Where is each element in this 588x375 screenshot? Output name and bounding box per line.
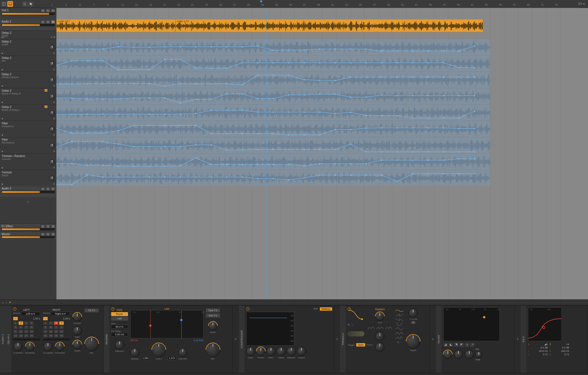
- fbfx-button[interactable]: FB FX: [85, 308, 99, 312]
- filter-type-icon[interactable]: ◤: [459, 343, 464, 347]
- track-volume-slider[interactable]: [2, 191, 55, 193]
- random-mode-icon[interactable]: [367, 326, 375, 330]
- buildup-knob[interactable]: [130, 348, 139, 357]
- track-volume-slider[interactable]: [2, 24, 55, 26]
- lane-close-icon[interactable]: ✕: [53, 117, 55, 120]
- delay-step[interactable]: 2: [48, 321, 53, 325]
- lane-close-icon[interactable]: ✕: [53, 166, 55, 169]
- detune-knob[interactable]: [73, 312, 82, 321]
- retrig-icon[interactable]: ⟲: [347, 323, 350, 326]
- delay-step[interactable]: 7: [24, 325, 29, 329]
- delay-step[interactable]: 9: [13, 330, 18, 334]
- crossfeed-r-knob[interactable]: [43, 342, 52, 351]
- timeline-ruler[interactable]: 1357911131517192123252729313335373941434…: [51, 0, 578, 8]
- reverb-width-knob[interactable]: [208, 321, 217, 330]
- filter-graph[interactable]: 20501001k10k: [443, 307, 500, 341]
- waveform-select-icon[interactable]: [395, 336, 403, 339]
- diffusion-knob[interactable]: [115, 340, 124, 349]
- crossfeed-l-knob[interactable]: [14, 342, 23, 351]
- latemix-knob[interactable]: [178, 348, 187, 357]
- automation-lane-header[interactable]: Tremolo › RandomAmount★✕: [0, 153, 56, 170]
- lane-close-icon[interactable]: ✕: [53, 150, 55, 153]
- delay-step[interactable]: 12: [59, 330, 64, 334]
- inspector-close-icon[interactable]: ✕: [9, 301, 11, 304]
- source-select[interactable]: Left In ▾: [21, 312, 40, 316]
- buildup-val[interactable]: 1.05x: [141, 356, 150, 360]
- comp-thresh-knob[interactable]: [256, 347, 265, 356]
- automation-lane[interactable]: [56, 104, 490, 121]
- delay-step[interactable]: 4: [59, 321, 64, 325]
- automation-lane[interactable]: [56, 170, 490, 186]
- record-arm-button[interactable]: ●: [41, 187, 45, 191]
- reverb-graph[interactable]: 601001k10k: [130, 310, 204, 338]
- delay-step[interactable]: 12: [29, 330, 34, 334]
- lane-add-icon[interactable]: + ✕: [50, 36, 55, 39]
- filter-handle[interactable]: [483, 316, 485, 318]
- comp-output-knob[interactable]: [297, 347, 306, 356]
- mute-button[interactable]: M: [51, 232, 55, 236]
- band2-type-icon[interactable]: ◇▾: [554, 343, 569, 346]
- automation-lane-header[interactable]: FilterFrequency★✕: [0, 121, 56, 137]
- solo-button[interactable]: S: [46, 20, 50, 24]
- automation-lane-header[interactable]: Delay-2Mix★✕: [0, 55, 56, 72]
- hold-icon[interactable]: →: [351, 323, 354, 326]
- delay-time[interactable]: 1.00 s: [49, 317, 70, 321]
- delay-step[interactable]: 8: [29, 325, 34, 329]
- rate-knob[interactable]: [73, 326, 82, 335]
- track-header[interactable]: Audio 2●SM: [0, 19, 56, 30]
- panel-toggle-1[interactable]: [1, 1, 7, 7]
- delay-step[interactable]: 16: [59, 334, 64, 338]
- room-button[interactable]: Room: [111, 312, 128, 316]
- filter-fb-knob[interactable]: [475, 351, 482, 358]
- tremolo-rate-knob[interactable]: [409, 308, 418, 317]
- delay-step[interactable]: 16: [29, 334, 34, 338]
- filter-type-icon[interactable]: ◢: [443, 343, 448, 347]
- lane-star-icon[interactable]: ★: [1, 166, 3, 169]
- automation-lane-header[interactable]: Delay-2Beats of Delay L2★✕: [0, 104, 56, 121]
- lane-star-icon[interactable]: ★: [1, 52, 3, 55]
- note-icon[interactable]: ♪: [43, 317, 48, 321]
- lane-close-icon[interactable]: ✕: [53, 183, 55, 186]
- band1-gain[interactable]: 0.0 dB: [533, 346, 548, 349]
- filter-type-icon[interactable]: ∿: [465, 343, 469, 347]
- lane-star-icon[interactable]: ★: [1, 68, 3, 71]
- delay-step[interactable]: 8: [59, 325, 64, 329]
- random-amount-knob[interactable]: [375, 312, 384, 321]
- record-arm-button[interactable]: ●: [41, 9, 45, 13]
- solo-button[interactable]: S: [46, 232, 50, 236]
- reverb-lo-handle[interactable]: [149, 325, 151, 327]
- tankfx-button[interactable]: Tank FX: [206, 308, 220, 312]
- automation-lane-header[interactable]: Delay-2Vibrato Detune★✕: [0, 72, 56, 88]
- zoom-display[interactable]: 2/1: [578, 2, 582, 5]
- automation-lane[interactable]: [56, 137, 490, 153]
- random-mode-icon[interactable]: [385, 326, 393, 330]
- band2-freq[interactable]: 400 Hz: [554, 350, 569, 352]
- comp-attack-knob[interactable]: [277, 347, 286, 356]
- lane-close-icon[interactable]: ✕: [53, 52, 55, 55]
- hall-button[interactable]: Hall: [111, 317, 128, 321]
- mute-button[interactable]: M: [51, 9, 55, 13]
- mute-button[interactable]: M: [51, 20, 55, 24]
- bus-track-header[interactable]: 51 Effect●SM: [0, 223, 56, 231]
- track-volume-slider[interactable]: [2, 228, 55, 230]
- inspector-collapse-icon[interactable]: ⌄: [2, 301, 4, 304]
- track-volume-slider[interactable]: [2, 236, 55, 238]
- audio-clip[interactable]: Audio 2 #2: [175, 19, 483, 32]
- solo-button[interactable]: S: [46, 187, 50, 191]
- delay-step[interactable]: 5: [13, 325, 18, 329]
- decay-knob[interactable]: [152, 343, 166, 357]
- delay-slider[interactable]: [43, 339, 70, 340]
- tremolo-curve-icon[interactable]: [347, 309, 363, 320]
- automation-lane-header[interactable]: Delay-2WidthALL+ ✕: [0, 30, 56, 39]
- delay-step[interactable]: 11: [24, 330, 29, 334]
- lane-knob[interactable]: [49, 94, 55, 100]
- waveform-select-icon[interactable]: [395, 332, 403, 335]
- filter-type-icon[interactable]: ↗: [470, 343, 475, 347]
- add-device-slot[interactable]: +: [430, 306, 436, 373]
- delay-step[interactable]: 13: [43, 334, 48, 338]
- waveform-select-icon[interactable]: [395, 314, 403, 317]
- width-knob[interactable]: [73, 340, 82, 349]
- lane-knob[interactable]: [49, 143, 55, 149]
- tremolo-shape-slider[interactable]: [347, 331, 364, 336]
- reverb-hi-handle[interactable]: [180, 319, 182, 321]
